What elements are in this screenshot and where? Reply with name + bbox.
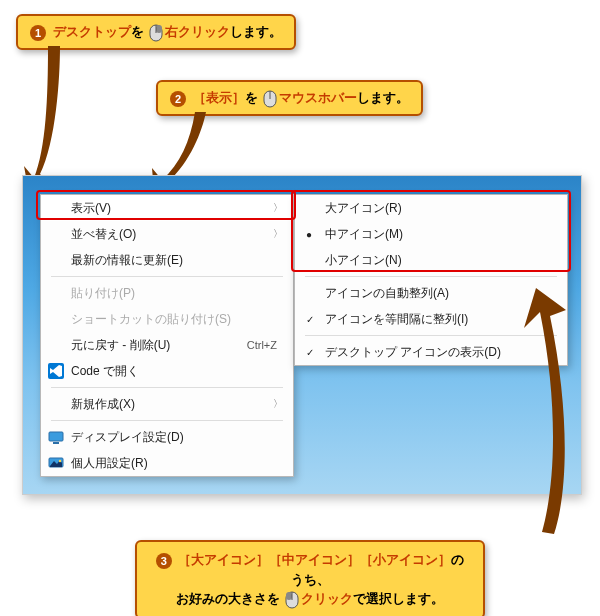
svg-rect-1: [156, 25, 162, 33]
display-icon: [48, 429, 64, 445]
menu-item-undo[interactable]: 元に戻す - 削除(U) Ctrl+Z: [41, 332, 293, 358]
check-icon: ✓: [306, 347, 314, 358]
check-icon: ✓: [306, 314, 314, 325]
personalize-icon: [48, 455, 64, 471]
callout-3-hl1: ［大アイコン］［中アイコン］［小アイコン］: [178, 552, 451, 567]
chevron-right-icon: 〉: [273, 227, 283, 241]
svg-point-9: [59, 460, 61, 462]
callout-2-hl2: マウスホバー: [279, 90, 357, 105]
menu-item-medium-icons[interactable]: ● 中アイコン(M): [295, 221, 567, 247]
arrow-3: [498, 282, 588, 542]
menu-item-small-icons[interactable]: 小アイコン(N): [295, 247, 567, 273]
svg-rect-7: [53, 442, 59, 444]
menu-item-personalize[interactable]: 個人用設定(R): [41, 450, 293, 476]
menu-separator: [51, 387, 283, 388]
menu-item-paste-shortcut: ショートカットの貼り付け(S): [41, 306, 293, 332]
svg-rect-6: [49, 432, 63, 441]
mouse-icon: [149, 24, 163, 42]
menu-item-new[interactable]: 新規作成(X) 〉: [41, 391, 293, 417]
context-menu-main: 表示(V) 〉 並べ替え(O) 〉 最新の情報に更新(E) 貼り付け(P) ショ…: [40, 194, 294, 477]
callout-num-3: 3: [156, 553, 172, 569]
arrow-1: [10, 38, 90, 188]
callout-1-hl2: 右クリック: [165, 24, 230, 39]
shortcut-text: Ctrl+Z: [247, 339, 277, 351]
mouse-icon: [263, 90, 277, 108]
menu-separator: [305, 276, 557, 277]
menu-item-display-settings[interactable]: ディスプレイ設定(D): [41, 424, 293, 450]
menu-item-sort[interactable]: 並べ替え(O) 〉: [41, 221, 293, 247]
menu-item-large-icons[interactable]: 大アイコン(R): [295, 195, 567, 221]
radio-selected-icon: ●: [306, 229, 312, 240]
menu-item-view[interactable]: 表示(V) 〉: [41, 195, 293, 221]
callout-2-hl1: ［表示］: [193, 90, 245, 105]
svg-rect-11: [286, 592, 292, 600]
callout-3: 3 ［大アイコン］［中アイコン］［小アイコン］のうち、 お好みの大きさを クリッ…: [135, 540, 485, 616]
callout-3-hl2: クリック: [301, 591, 353, 606]
mouse-icon: [285, 591, 299, 609]
menu-item-open-code[interactable]: Code で開く: [41, 358, 293, 384]
menu-item-refresh[interactable]: 最新の情報に更新(E): [41, 247, 293, 273]
callout-1-hl1: デスクトップ: [53, 24, 131, 39]
menu-item-paste: 貼り付け(P): [41, 280, 293, 306]
menu-separator: [51, 420, 283, 421]
callout-num-2: 2: [170, 91, 186, 107]
chevron-right-icon: 〉: [273, 201, 283, 215]
vscode-icon: [48, 363, 64, 379]
menu-separator: [51, 276, 283, 277]
chevron-right-icon: 〉: [273, 397, 283, 411]
